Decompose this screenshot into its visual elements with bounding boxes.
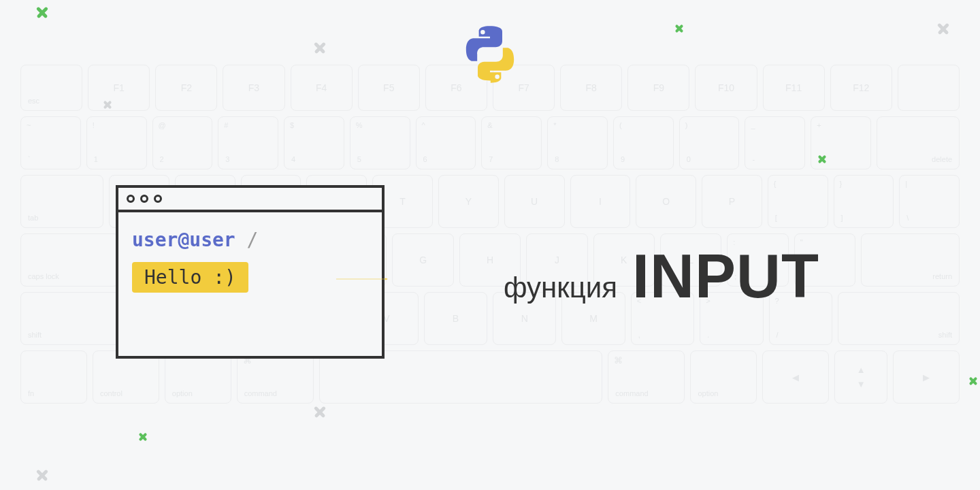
key-arrow-updown: ▲▼ [834, 350, 887, 404]
key-f5: F5 [358, 65, 420, 111]
key-tilde: ~` [20, 116, 81, 169]
cross-icon [934, 19, 953, 38]
key-delete: delete [877, 116, 960, 169]
window-dot-icon [140, 195, 148, 203]
key-bracket-l: {[ [768, 175, 828, 228]
key-arrow-left: ◀ [762, 350, 829, 404]
key-y: Y [438, 175, 499, 228]
terminal-prompt: user@user / [132, 229, 368, 251]
prompt-user: user@user [132, 229, 235, 251]
terminal-titlebar [118, 188, 382, 212]
title-big-text: INPUT [632, 242, 819, 312]
svg-marker-1 [385, 278, 388, 280]
key-option-r: option [690, 350, 757, 404]
key-return: return [861, 233, 960, 287]
prompt-path: / [247, 229, 259, 251]
key-minus: _- [745, 116, 805, 169]
title-block: функция INPUT [504, 242, 819, 312]
cross-icon [670, 19, 689, 38]
key-f4: F4 [291, 65, 353, 111]
terminal-window: user@user / Hello :) [116, 185, 385, 359]
key-esc: esc [20, 65, 82, 111]
key-3: #3 [218, 116, 278, 169]
key-backslash: |\ [899, 175, 960, 228]
key-tab: tab [20, 175, 103, 228]
key-f2: F2 [155, 65, 217, 111]
cross-icon [964, 372, 980, 391]
key-b: B [424, 292, 487, 345]
key-6: ^6 [416, 116, 476, 169]
key-f8: F8 [560, 65, 622, 111]
cross-icon [33, 3, 52, 22]
key-f10: F10 [695, 65, 757, 111]
key-f11: F11 [763, 65, 825, 111]
python-logo-icon [459, 24, 521, 85]
key-f3: F3 [223, 65, 284, 111]
key-u: U [504, 175, 565, 228]
key-1: !1 [86, 116, 147, 169]
key-capslock: caps lock [20, 233, 119, 287]
key-8: *8 [547, 116, 608, 169]
key-f9: F9 [627, 65, 689, 111]
cross-icon [310, 38, 329, 57]
key-4: $4 [284, 116, 344, 169]
key-7: &7 [481, 116, 542, 169]
key-o: O [636, 175, 696, 228]
key-5: %5 [350, 116, 410, 169]
window-dot-icon [127, 195, 135, 203]
key-shift-r: shift [838, 292, 960, 345]
title-small-text: функция [504, 272, 617, 304]
key-i: I [570, 175, 631, 228]
window-dot-icon [154, 195, 162, 203]
key-f12: F12 [830, 65, 892, 111]
key-p: P [702, 175, 762, 228]
key-arrow-right: ▶ [893, 350, 960, 404]
key-f1: F1 [88, 65, 150, 111]
key-0: )0 [679, 116, 740, 169]
input-highlight-box: Hello :) [132, 262, 248, 293]
key-bracket-r: }] [834, 175, 894, 228]
key-2: @2 [152, 116, 213, 169]
key-fn: fn [20, 350, 87, 404]
arrow-icon [233, 278, 491, 280]
key-command-r: ⌘command [608, 350, 685, 404]
key-9: (9 [613, 116, 674, 169]
key-blank [898, 65, 960, 111]
terminal-body: user@user / Hello :) [118, 212, 382, 309]
